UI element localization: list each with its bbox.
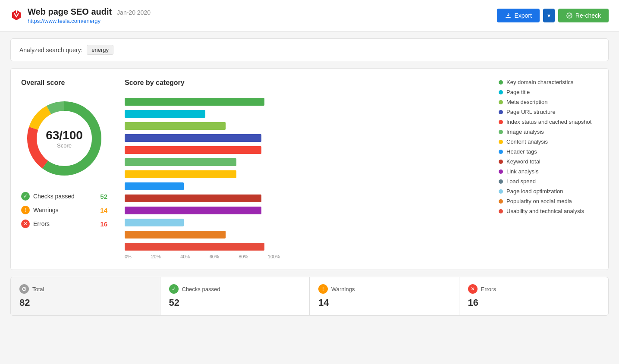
export-button[interactable]: Export [497, 9, 539, 22]
bottom-stat-warnings: ! Warnings 14 [310, 277, 459, 315]
legend-item: Page title [499, 89, 598, 95]
recheck-icon [566, 12, 573, 19]
legend-label: Usability and technical analysis [506, 208, 584, 214]
axis-label: 40% [180, 254, 190, 259]
errors-label: Errors [33, 220, 50, 227]
legend-dot [499, 189, 503, 194]
bar-fill [125, 207, 261, 214]
bottom-warning-icon: ! [318, 284, 328, 294]
bar-row [125, 230, 481, 239]
legend-dot [499, 130, 503, 134]
bar-row [125, 182, 481, 191]
bar-row [125, 133, 481, 143]
legend-dot [499, 160, 503, 164]
stats-list: ✓ Checks passed 52 ! Warnings 14 ✕ Error [21, 192, 107, 228]
legend-item: Popularity on social media [499, 198, 598, 204]
stat-warnings: ! Warnings 14 [21, 206, 107, 214]
bottom-errors-value: 16 [468, 297, 600, 308]
legend-dot [499, 179, 503, 184]
recheck-button[interactable]: Re-check [558, 9, 609, 22]
warnings-label: Warnings [33, 207, 59, 213]
legend-label: Content analysis [506, 138, 548, 145]
total-label: Total [32, 286, 44, 292]
warnings-value: 14 [100, 207, 107, 214]
legend-label: Load speed [506, 178, 536, 185]
donut-label: Score [46, 142, 83, 149]
legend-item: Link analysis [499, 168, 598, 175]
bar-row [125, 169, 481, 179]
header-url[interactable]: https://www.tesla.com/energy [28, 18, 151, 24]
bottom-errors-label: Errors [481, 286, 496, 292]
legend-dot [499, 150, 503, 154]
bar-fill [125, 110, 205, 118]
bar-row [125, 218, 481, 227]
export-dropdown-button[interactable]: ▾ [543, 9, 555, 22]
legend-item: Load speed [499, 178, 598, 185]
legend-item: Meta description [499, 99, 598, 105]
legend-items: Key domain characteristicsPage titleMeta… [499, 79, 598, 214]
bar-row [125, 242, 481, 251]
bottom-error-icon: ✕ [468, 284, 478, 294]
axis-label: 80% [239, 254, 248, 259]
legend-item: Page load optimization [499, 188, 598, 195]
legend-item: Index status and cached snapshot [499, 119, 598, 125]
legend-section: Key domain characteristicsPage titleMeta… [499, 79, 598, 214]
legend-item: Header tags [499, 148, 598, 155]
legend-dot [499, 80, 503, 85]
overall-score-title: Overall score [21, 79, 107, 87]
legend-label: Page URL structure [506, 109, 556, 115]
legend-label: Image analysis [506, 129, 544, 135]
legend-item: Key domain characteristics [499, 79, 598, 85]
bottom-passed-label: Checks passed [182, 286, 220, 292]
bar-fill [125, 243, 264, 251]
search-query-tag: energy [87, 45, 113, 55]
legend-label: Page title [506, 89, 530, 95]
legend-item: Page URL structure [499, 109, 598, 115]
bar-fill [125, 231, 226, 238]
bar-fill [125, 134, 261, 142]
legend-dot [499, 90, 503, 94]
legend-label: Index status and cached snapshot [506, 119, 591, 125]
header-left: Web page SEO audit Jan-20 2020 https://w… [10, 7, 151, 24]
header-actions: Export ▾ Re-check [497, 9, 609, 22]
stat-passed: ✓ Checks passed 52 [21, 192, 107, 201]
donut-score: 63/100 [46, 129, 83, 142]
bar-fill [125, 182, 184, 190]
svg-rect-1 [506, 17, 511, 18]
axis-label: 20% [151, 254, 160, 259]
bar-fill [125, 146, 261, 154]
bottom-stat-passed: ✓ Checks passed 52 [160, 277, 310, 315]
bar-row [125, 109, 481, 119]
bar-fill [125, 170, 236, 178]
bottom-warnings-label: Warnings [331, 286, 355, 292]
logo [10, 9, 22, 22]
bar-row [125, 97, 481, 107]
axis-label: 60% [210, 254, 219, 259]
score-by-category-section: Score by category 0%20%40%60%80%100% [125, 79, 481, 259]
legend-label: Keyword total [506, 158, 540, 165]
total-value: 82 [19, 297, 151, 308]
bar-row [125, 121, 481, 131]
chart-axis: 0%20%40%60%80%100% [125, 254, 280, 259]
legend-item: Content analysis [499, 138, 598, 145]
legend-item: Keyword total [499, 158, 598, 165]
header: Web page SEO audit Jan-20 2020 https://w… [0, 0, 619, 31]
legend-label: Link analysis [506, 168, 538, 175]
legend-dot [499, 169, 503, 174]
bottom-stats: Total 82 ✓ Checks passed 52 ! Warnings 1… [10, 277, 609, 316]
legend-dot [499, 209, 503, 213]
legend-label: Page load optimization [506, 188, 563, 195]
total-icon [19, 284, 29, 294]
main-card: Overall score 63/100 Scor [10, 68, 609, 270]
bar-fill [125, 122, 226, 130]
bar-row [125, 157, 481, 167]
legend-dot [499, 110, 503, 114]
export-icon [505, 12, 512, 19]
legend-item: Usability and technical analysis [499, 208, 598, 214]
legend-dot [499, 199, 503, 204]
legend-label: Header tags [506, 148, 537, 155]
search-query-label: Analyzed search query: [19, 47, 82, 53]
passed-icon: ✓ [21, 192, 30, 201]
page-date: Jan-20 2020 [117, 9, 151, 16]
errors-value: 16 [100, 220, 107, 228]
